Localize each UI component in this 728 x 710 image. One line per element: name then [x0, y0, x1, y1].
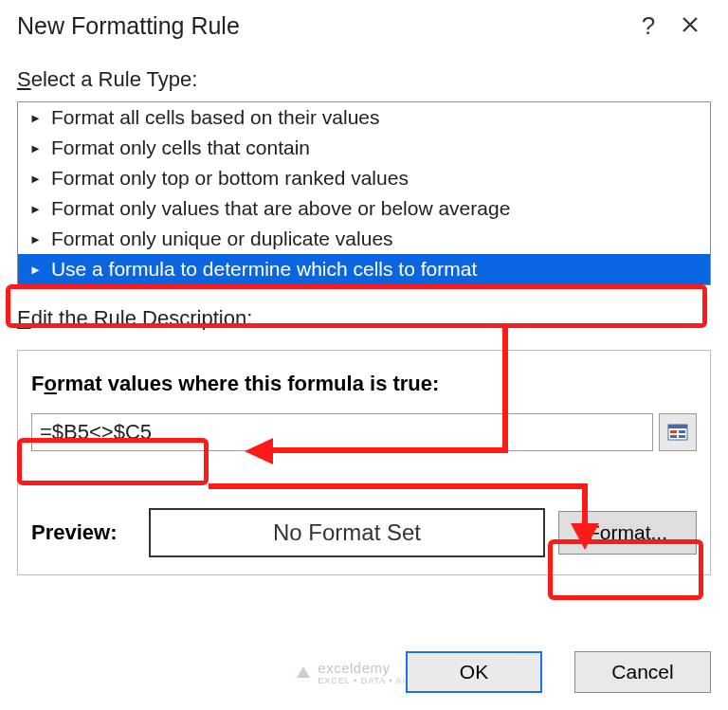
svg-rect-5 [679, 435, 685, 438]
bullet-arrow-icon [29, 137, 42, 159]
dialog-buttons: OK Cancel [406, 651, 711, 693]
rule-type-item[interactable]: Format all cells based on their values [18, 102, 710, 133]
help-button[interactable]: ? [628, 11, 669, 41]
select-rule-type-label: Select a Rule Type: [0, 46, 728, 98]
titlebar: New Formatting Rule ? [0, 0, 728, 46]
ok-button[interactable]: OK [406, 651, 542, 693]
formula-label: Format values where this formula is true… [31, 372, 697, 396]
preview-label: Preview: [31, 520, 136, 545]
edit-rule-group: Format values where this formula is true… [17, 350, 711, 575]
rule-type-item[interactable]: Format only values that are above or bel… [18, 193, 710, 224]
edit-rule-description-label: Edit the Rule Description: [0, 285, 728, 337]
range-picker-icon [667, 424, 688, 441]
svg-rect-4 [670, 435, 677, 438]
bullet-arrow-icon [29, 106, 42, 129]
cancel-button[interactable]: Cancel [574, 651, 711, 693]
logo-icon [295, 664, 312, 682]
svg-rect-3 [679, 430, 685, 433]
bullet-arrow-icon [29, 258, 42, 281]
rule-type-item[interactable]: Format only unique or duplicate values [18, 224, 710, 254]
bullet-arrow-icon [29, 228, 42, 250]
preview-box: No Format Set [149, 508, 545, 557]
dialog-title: New Formatting Rule [17, 12, 628, 40]
svg-rect-1 [668, 425, 687, 428]
rule-type-item[interactable]: Format only cells that contain [18, 133, 710, 163]
format-button[interactable]: Format... [558, 511, 697, 555]
rule-type-list[interactable]: Format all cells based on their values F… [17, 101, 711, 285]
bullet-arrow-icon [29, 167, 42, 190]
range-picker-button[interactable] [659, 413, 697, 451]
rule-type-item-selected[interactable]: Use a formula to determine which cells t… [18, 254, 710, 284]
formula-input[interactable] [31, 413, 653, 451]
bullet-arrow-icon [29, 197, 42, 220]
svg-rect-2 [670, 430, 677, 433]
svg-marker-6 [297, 666, 310, 678]
close-button[interactable] [669, 11, 711, 41]
watermark: exceldemy EXCEL • DATA • AI [295, 660, 406, 685]
close-icon [681, 15, 700, 34]
rule-type-item[interactable]: Format only top or bottom ranked values [18, 163, 710, 193]
